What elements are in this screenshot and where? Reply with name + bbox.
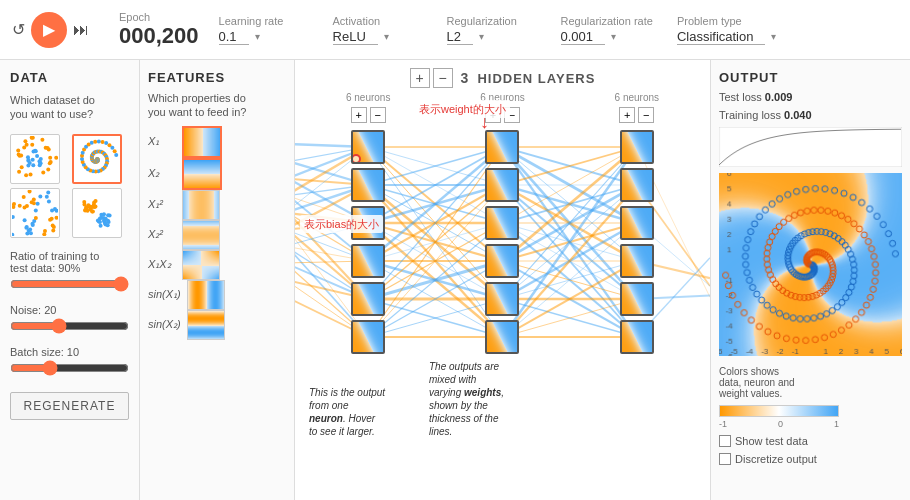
dataset-circle[interactable] — [10, 134, 60, 184]
output-panel: OUTPUT Test loss 0.009 Training loss 0.0… — [710, 60, 910, 500]
test-loss-label: Test loss 0.009 — [719, 91, 792, 103]
data-panel: DATA Which dataset do you want to use? R… — [0, 60, 140, 500]
add-remove-layer: + − — [410, 68, 453, 88]
neuron-l1-n3[interactable] — [351, 206, 385, 240]
param-learning-rate: Learning rate 0.1 ▾ — [219, 15, 309, 45]
feature-thumb-x1x2[interactable] — [182, 250, 220, 280]
neuron-l2-n3[interactable] — [485, 206, 519, 240]
feature-thumb-x1[interactable] — [182, 126, 222, 158]
dataset-spiral[interactable] — [72, 134, 122, 184]
features-title: FEATURES — [148, 70, 286, 85]
show-test-label: Show test data — [735, 435, 808, 447]
colors-label: Colors showsdata, neuron andweight value… — [719, 366, 795, 399]
dataset-gauss[interactable] — [72, 188, 122, 238]
topbar: ↺ ▶ ⏭ Epoch 000,200 Learning rate 0.1 ▾ … — [0, 0, 910, 60]
remove-neuron-l1[interactable]: − — [370, 107, 386, 123]
ratio-label: Ratio of training to test data: 90% — [10, 250, 129, 274]
neuron-l1-n2[interactable] — [351, 168, 385, 202]
loss-chart — [719, 127, 902, 167]
feature-thumb-sinx1[interactable] — [187, 280, 225, 310]
feature-item-x1x2: X₁X₂ — [148, 250, 286, 280]
feature-thumb-x2sq[interactable] — [182, 220, 220, 250]
neuron-l1-n6[interactable] — [351, 320, 385, 354]
neuron-l3-n2[interactable] — [620, 168, 654, 202]
feature-thumb-sinx2[interactable] — [187, 310, 225, 340]
color-axis-labels: -1 0 1 — [719, 419, 839, 429]
neuron-l3-n3[interactable] — [620, 206, 654, 240]
data-title: DATA — [10, 70, 129, 85]
step-button[interactable]: ⏭ — [73, 21, 89, 39]
neuron-l1-n5[interactable] — [351, 282, 385, 316]
feature-label-sinx1: sin(X₁) — [148, 288, 181, 301]
remove-layer-button[interactable]: − — [433, 68, 453, 88]
param-problem-type: Problem type Classification ▾ — [677, 15, 777, 45]
features-list: X₁ X₂ X₁² X₂² X₁X₂ sin(X₁) sin(X₂) — [148, 126, 286, 340]
feature-item-sinx2: sin(X₂) — [148, 310, 286, 340]
layer-header-1: 6 neurons — [346, 92, 390, 103]
show-test-checkbox[interactable] — [719, 435, 731, 447]
neuron-l3-n5[interactable] — [620, 282, 654, 316]
feature-item-x1: X₁ — [148, 126, 286, 158]
dataset-xor[interactable] — [10, 188, 60, 238]
layer-col-2: 6 neurons+− — [435, 92, 569, 402]
bias-indicator — [351, 154, 361, 164]
regenerate-button[interactable]: REGENERATE — [10, 392, 129, 420]
layer-header-3: 6 neurons — [615, 92, 659, 103]
reset-button[interactable]: ↺ — [12, 20, 25, 39]
output-title: OUTPUT — [719, 70, 902, 85]
add-neuron-l1[interactable]: + — [351, 107, 367, 123]
feature-label-x2sq: X₂² — [148, 228, 176, 241]
neuron-l2-n1[interactable] — [485, 130, 519, 164]
dataset-grid — [10, 134, 129, 238]
feature-label-x1x2: X₁X₂ — [148, 258, 176, 271]
ratio-slider[interactable] — [10, 276, 129, 292]
add-layer-button[interactable]: + — [410, 68, 430, 88]
discretize-checkbox[interactable] — [719, 453, 731, 465]
neuron-l2-n5[interactable] — [485, 282, 519, 316]
discretize-label: Discretize output — [735, 453, 817, 465]
neuron-l3-n6[interactable] — [620, 320, 654, 354]
feature-item-x1sq: X₁² — [148, 190, 286, 220]
hidden-layers-label: HIDDEN LAYERS — [477, 71, 595, 86]
add-neuron-l3[interactable]: + — [619, 107, 635, 123]
param-regularization-rate: Regularization rate 0.001 ▾ — [561, 15, 653, 45]
add-neuron-l2[interactable]: + — [485, 107, 501, 123]
neuron-l1-n4[interactable] — [351, 244, 385, 278]
feature-thumb-x2[interactable] — [182, 158, 222, 190]
neuron-l2-n2[interactable] — [485, 168, 519, 202]
data-subtitle: Which dataset do you want to use? — [10, 93, 129, 122]
noise-label: Noise: 20 — [10, 304, 129, 316]
batch-slider[interactable] — [10, 360, 129, 376]
playback-controls: ↺ ▶ ⏭ — [12, 12, 89, 48]
parameter-controls: Learning rate 0.1 ▾ Activation ReLU ▾ Re… — [219, 15, 777, 45]
play-button[interactable]: ▶ — [31, 12, 67, 48]
features-subtitle: Which properties do you want to feed in? — [148, 91, 286, 120]
param-regularization: Regularization L2 ▾ — [447, 15, 537, 45]
feature-item-x2sq: X₂² — [148, 220, 286, 250]
neuron-l3-n1[interactable] — [620, 130, 654, 164]
layer-col-3: 6 neurons+− — [570, 92, 704, 402]
show-test-row: Show test data — [719, 435, 902, 447]
epoch-section: Epoch 000,200 — [119, 11, 199, 49]
noise-slider[interactable] — [10, 318, 129, 334]
neuron-l2-n6[interactable] — [485, 320, 519, 354]
neuron-l2-n4[interactable] — [485, 244, 519, 278]
color-gradient-bar — [719, 405, 839, 417]
feature-item-sinx1: sin(X₁) — [148, 280, 286, 310]
noise-slider-row: Noise: 20 — [10, 304, 129, 334]
neuron-l1-n1[interactable] — [351, 130, 385, 164]
epoch-label: Epoch — [119, 11, 199, 23]
feature-label-x1: X₁ — [148, 135, 176, 148]
neuron-l3-n4[interactable] — [620, 244, 654, 278]
remove-neuron-l3[interactable]: − — [638, 107, 654, 123]
epoch-value: 000,200 — [119, 23, 199, 49]
remove-neuron-l2[interactable]: − — [504, 107, 520, 123]
network-header: + − 3 HIDDEN LAYERS — [301, 68, 704, 88]
layer-col-1: 6 neurons+− — [301, 92, 435, 402]
feature-label-x2: X₂ — [148, 167, 176, 180]
batch-label: Batch size: 10 — [10, 346, 129, 358]
feature-label-sinx2: sin(X₂) — [148, 318, 181, 331]
feature-thumb-x1sq[interactable] — [182, 190, 220, 220]
param-activation: Activation ReLU ▾ — [333, 15, 423, 45]
train-loss-row: Training loss 0.040 — [719, 109, 902, 121]
